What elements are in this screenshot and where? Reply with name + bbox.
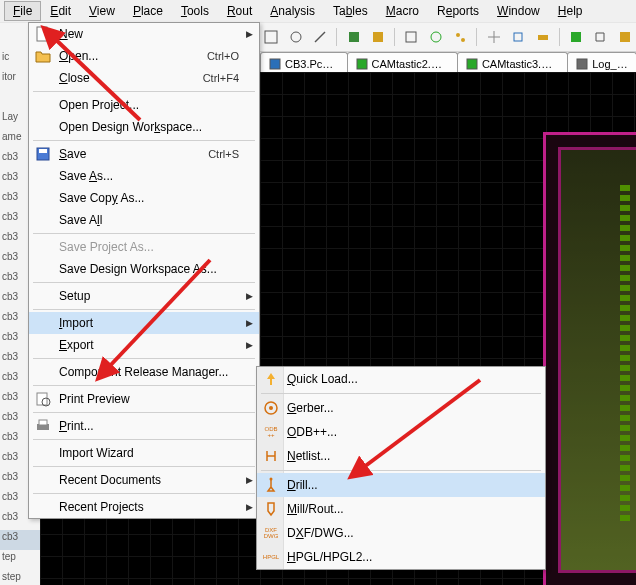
doc-tab[interactable]: CB3.PcbDoc [260, 52, 348, 74]
menu-item-export[interactable]: Export▶ [29, 334, 259, 356]
svg-rect-10 [571, 32, 581, 42]
menu-separator [261, 393, 541, 394]
menubar-item-edit[interactable]: Edit [41, 1, 80, 21]
submenu-item-quick-load[interactable]: Quick Load... [257, 367, 545, 391]
menubar-item-macro[interactable]: Macro [377, 1, 428, 21]
menu-item-save-all[interactable]: Save All [29, 209, 259, 231]
toolbar-btn-2[interactable] [284, 25, 306, 49]
menubar-item-reports[interactable]: Reports [428, 1, 488, 21]
toolbar-btn-11[interactable] [531, 25, 553, 49]
menu-shortcut: Ctrl+O [207, 50, 239, 62]
menubar-item-rout[interactable]: Rout [218, 1, 261, 21]
menu-item-recent-projects[interactable]: Recent Projects▶ [29, 496, 259, 518]
menu-item-component-release-manager[interactable]: Component Release Manager... [29, 361, 259, 383]
odb-icon: ODB ++ [261, 423, 281, 441]
menu-item-open[interactable]: Open...Ctrl+O [29, 45, 259, 67]
svg-rect-8 [514, 33, 522, 41]
pcb-board-outline [543, 132, 636, 585]
menu-item-import-wizard[interactable]: Import Wizard [29, 442, 259, 464]
panel-row[interactable]: tep [0, 550, 40, 570]
menu-item-print-preview[interactable]: Print Preview [29, 388, 259, 410]
toolbar-btn-8[interactable] [449, 25, 471, 49]
menu-item-label: HPGL/HPGL2... [287, 550, 372, 564]
hpgl-icon: HPGL [261, 548, 281, 566]
svg-rect-3 [373, 32, 383, 42]
doc-tab-label: CAMtastic2.Cam * [372, 58, 449, 70]
menu-item-label: Open Project... [59, 98, 139, 112]
quickload-icon [261, 370, 281, 388]
doc-tab-label: CAMtastic3.Cam * [482, 58, 559, 70]
svg-point-6 [456, 33, 460, 37]
svg-rect-16 [37, 27, 47, 41]
menu-item-label: Mill/Rout... [287, 502, 344, 516]
menu-item-open-design-workspace[interactable]: Open Design Workspace... [29, 116, 259, 138]
menubar-item-window[interactable]: Window [488, 1, 549, 21]
submenu-item-netlist[interactable]: Netlist... [257, 444, 545, 468]
submenu-item-gerber[interactable]: Gerber... [257, 396, 545, 420]
menu-item-new[interactable]: New▶ [29, 23, 259, 45]
toolbar-btn-14[interactable] [614, 25, 636, 49]
toolbar-btn-9[interactable] [482, 25, 504, 49]
menu-item-label: Save Design Workspace As... [59, 262, 217, 276]
menu-item-open-project[interactable]: Open Project... [29, 94, 259, 116]
toolbar-btn-3[interactable] [309, 25, 331, 49]
file-menu-dropdown: New▶Open...Ctrl+OCloseCtrl+F4Open Projec… [28, 22, 260, 519]
menubar-item-place[interactable]: Place [124, 1, 172, 21]
menubar-item-tables[interactable]: Tables [324, 1, 377, 21]
submenu-item-hpgl-hpgl[interactable]: HPGLHPGL/HPGL2... [257, 545, 545, 569]
toolbar-sep-3 [476, 28, 477, 46]
menu-item-save[interactable]: SaveCtrl+S [29, 143, 259, 165]
document-icon [576, 58, 588, 70]
menubar-item-help[interactable]: Help [549, 1, 592, 21]
menu-item-close[interactable]: CloseCtrl+F4 [29, 67, 259, 89]
svg-rect-12 [270, 59, 280, 69]
menu-separator [33, 91, 255, 92]
menu-item-setup[interactable]: Setup▶ [29, 285, 259, 307]
doc-tab[interactable]: Log_201 [567, 52, 636, 74]
menu-item-label: Close [59, 71, 90, 85]
toolbar-btn-4[interactable] [342, 25, 364, 49]
toolbar-sep-2 [394, 28, 395, 46]
toolbar-sep-4 [559, 28, 560, 46]
menubar-item-view[interactable]: View [80, 1, 124, 21]
toolbar-sep [336, 28, 337, 46]
menu-item-save-design-workspace-as[interactable]: Save Design Workspace As... [29, 258, 259, 280]
mill-icon [261, 500, 281, 518]
menu-item-label: Netlist... [287, 449, 330, 463]
dxf-icon: DXF DWG [261, 524, 281, 542]
menu-item-print[interactable]: Print... [29, 415, 259, 437]
menu-separator [33, 412, 255, 413]
new-icon [33, 26, 53, 42]
toolbar-btn-10[interactable] [507, 25, 529, 49]
toolbar-btn-12[interactable] [565, 25, 587, 49]
document-icon [466, 58, 478, 70]
toolbar-btn-13[interactable] [589, 25, 611, 49]
menubar-item-file[interactable]: File [4, 1, 41, 21]
submenu-item-mill-rout[interactable]: Mill/Rout... [257, 497, 545, 521]
menu-item-label: Open Design Workspace... [59, 120, 202, 134]
panel-row[interactable]: step [0, 570, 40, 585]
submenu-arrow-icon: ▶ [246, 340, 253, 350]
submenu-item-dxf-dwg[interactable]: DXF DWGDXF/DWG... [257, 521, 545, 545]
panel-row[interactable]: cb3 [0, 530, 40, 550]
submenu-arrow-icon: ▶ [246, 318, 253, 328]
doc-tab[interactable]: CAMtastic2.Cam * [347, 52, 458, 74]
document-icon [269, 58, 281, 70]
doc-tab-label: Log_201 [592, 58, 628, 70]
svg-rect-2 [349, 32, 359, 42]
menu-item-recent-documents[interactable]: Recent Documents▶ [29, 469, 259, 491]
menubar-item-tools[interactable]: Tools [172, 1, 218, 21]
doc-tab[interactable]: CAMtastic3.Cam * [457, 52, 568, 74]
svg-rect-18 [39, 149, 47, 153]
toolbar-btn-5[interactable] [367, 25, 389, 49]
toolbar-btn-7[interactable] [425, 25, 447, 49]
menu-item-import[interactable]: Import▶ [29, 312, 259, 334]
toolbar-btn-6[interactable] [400, 25, 422, 49]
menu-item-save-as[interactable]: Save As... [29, 165, 259, 187]
menu-item-label: Component Release Manager... [59, 365, 228, 379]
menu-item-save-copy-as[interactable]: Save Copy As... [29, 187, 259, 209]
submenu-item-drill[interactable]: Drill... [257, 473, 545, 497]
toolbar-btn-1[interactable] [260, 25, 282, 49]
menubar-item-analysis[interactable]: Analysis [261, 1, 324, 21]
submenu-item-odb[interactable]: ODB ++ODB++... [257, 420, 545, 444]
